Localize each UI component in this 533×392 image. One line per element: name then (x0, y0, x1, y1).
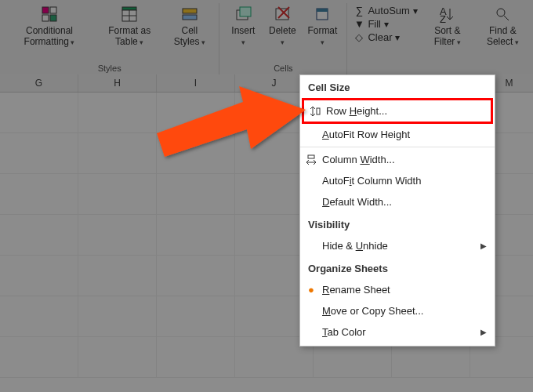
eraser-icon: ◇ (354, 32, 364, 43)
move-copy-label: Move or Copy Sheet... (322, 305, 423, 317)
find-select-label: Find & Select (482, 25, 524, 48)
svg-line-20 (504, 16, 509, 20)
styles-group-label: Styles (98, 64, 121, 74)
section-cell-size: Cell Size (300, 75, 495, 98)
editing-group: ∑AutoSum ▾ ▼Fill ▾ ◇Clear ▾ AZ Sort & Fi… (347, 3, 533, 74)
cell[interactable] (0, 296, 78, 336)
sigma-icon: ∑ (354, 5, 364, 16)
section-organize: Organize Sheets (300, 256, 495, 279)
column-header[interactable]: H (78, 74, 157, 92)
ribbon: Conditional Formatting Format as Table C… (0, 0, 533, 74)
insert-icon (234, 5, 252, 24)
cell[interactable] (0, 133, 78, 173)
cell[interactable] (157, 93, 235, 132)
cell[interactable] (78, 93, 157, 132)
cell[interactable] (157, 174, 235, 214)
autofit-row-height-item[interactable]: AutoFit Row Height (300, 124, 495, 145)
find-select-button[interactable]: Find & Select (477, 3, 528, 49)
autofit-col-label: AutoFit Column Width (322, 175, 421, 187)
format-button[interactable]: Format (303, 3, 342, 49)
svg-rect-8 (183, 9, 197, 13)
cell[interactable] (157, 133, 235, 173)
svg-rect-3 (50, 15, 56, 21)
format-as-table-label: Format as Table (100, 25, 158, 48)
sort-filter-label: Sort & Filter (429, 25, 466, 48)
cell[interactable] (0, 337, 78, 377)
delete-button[interactable]: Delete (263, 3, 301, 49)
column-header[interactable]: I (157, 74, 235, 92)
format-dropdown-menu: Cell Size Row Height... AutoFit Row Heig… (299, 74, 495, 347)
column-width-item[interactable]: Column Width... (300, 149, 495, 170)
cell[interactable] (78, 174, 157, 214)
styles-group: Conditional Formatting Format as Table C… (0, 3, 219, 74)
format-icon (313, 5, 332, 24)
format-as-table-button[interactable]: Format as Table (96, 3, 163, 49)
cell[interactable] (78, 337, 157, 377)
autofit-column-width-item[interactable]: AutoFit Column Width (300, 170, 495, 191)
autofit-row-label: AutoFit Row Height (322, 129, 410, 140)
cell[interactable] (78, 215, 157, 255)
submenu-arrow-icon: ▶ (480, 241, 487, 250)
cell[interactable] (0, 174, 78, 214)
tab-color-item[interactable]: Tab Color ▶ (300, 321, 495, 343)
rename-label: Rename Sheet (322, 284, 390, 296)
cell[interactable] (0, 215, 78, 255)
row-height-item[interactable]: Row Height... (302, 98, 493, 124)
cell[interactable] (157, 256, 235, 296)
svg-rect-2 (42, 15, 49, 21)
svg-text:Z: Z (440, 13, 446, 23)
cell[interactable] (157, 296, 235, 336)
svg-rect-1 (50, 7, 56, 13)
cell[interactable] (78, 256, 157, 296)
cell-styles-label: Cell Styles (169, 25, 209, 48)
svg-rect-16 (317, 9, 328, 12)
svg-rect-11 (240, 7, 251, 16)
cell[interactable] (157, 337, 235, 377)
svg-rect-4 (122, 7, 136, 10)
cells-group: Insert Delete Format Cells (219, 3, 347, 74)
fill-button[interactable]: ▼Fill ▾ (354, 18, 417, 30)
clear-button[interactable]: ◇Clear ▾ (354, 31, 417, 43)
column-width-label: Column Width... (322, 154, 395, 165)
insert-button[interactable]: Insert (224, 3, 262, 49)
row-height-label: Row Height... (326, 105, 387, 117)
default-width-label: Default Width... (322, 196, 392, 208)
hide-unhide-item[interactable]: Hide & Unhide ▶ (300, 235, 495, 256)
column-width-icon (305, 154, 317, 166)
cell[interactable] (78, 296, 157, 336)
delete-label: Delete (268, 25, 296, 48)
row-height-icon (309, 105, 321, 118)
conditional-formatting-icon (40, 5, 59, 24)
find-icon (493, 5, 512, 24)
cells-group-label: Cells (274, 64, 292, 74)
svg-point-19 (497, 9, 505, 16)
delete-icon (273, 5, 292, 24)
conditional-formatting-label: Conditional Formatting (9, 25, 89, 48)
fill-icon: ▼ (354, 19, 364, 30)
autosum-button[interactable]: ∑AutoSum ▾ (354, 5, 417, 16)
insert-label: Insert (229, 25, 257, 48)
cell[interactable] (0, 93, 78, 132)
default-width-item[interactable]: Default Width... (300, 191, 495, 212)
sort-filter-button[interactable]: AZ Sort & Filter (424, 3, 471, 49)
cell[interactable] (78, 133, 157, 173)
submenu-arrow-icon: ▶ (480, 328, 487, 336)
svg-rect-22 (308, 155, 314, 158)
format-label: Format (307, 25, 337, 48)
sort-filter-icon: AZ (438, 5, 457, 24)
svg-rect-9 (183, 15, 197, 20)
format-as-table-icon (120, 5, 139, 24)
rename-sheet-item[interactable]: ● Rename Sheet (300, 279, 495, 300)
svg-rect-21 (317, 108, 320, 114)
cell-styles-button[interactable]: Cell Styles (165, 3, 214, 49)
cell[interactable] (0, 256, 78, 296)
conditional-formatting-button[interactable]: Conditional Formatting (5, 3, 94, 49)
rename-bullet-icon: ● (305, 284, 317, 296)
column-header[interactable]: G (0, 74, 78, 92)
move-copy-sheet-item[interactable]: Move or Copy Sheet... (300, 300, 495, 321)
svg-rect-0 (42, 7, 49, 13)
cell-styles-icon (180, 5, 199, 24)
hide-unhide-label: Hide & Unhide (322, 240, 388, 252)
tab-color-label: Tab Color (322, 326, 366, 338)
cell[interactable] (157, 215, 235, 255)
